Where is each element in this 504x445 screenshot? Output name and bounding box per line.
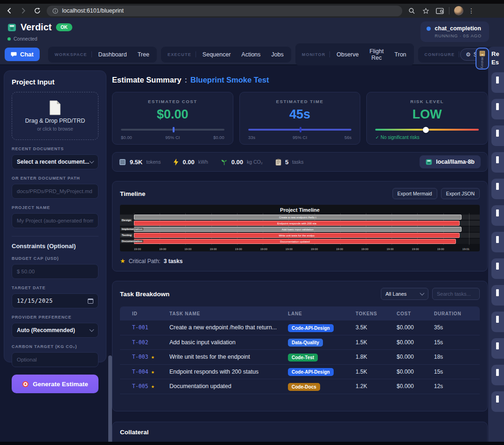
recent-estimate-item[interactable]: [491, 338, 504, 359]
estimate-item-text-stub: [496, 289, 499, 296]
task-cost: $0.000: [397, 383, 434, 389]
nav-tab[interactable]: Flight Rec: [364, 45, 389, 64]
profile-avatar[interactable]: [454, 6, 463, 15]
chat-button[interactable]: Chat: [5, 48, 40, 61]
recent-estimate-item[interactable]: [491, 179, 504, 199]
export-mermaid-button[interactable]: Export Mermaid: [392, 188, 437, 199]
lane-filter-select[interactable]: All Lanes: [381, 288, 428, 300]
health-status-badge: OK: [56, 23, 72, 31]
project-name-input[interactable]: [17, 218, 93, 223]
table-row[interactable]: T-001 Create a new endpoint /hello that …: [120, 320, 480, 335]
recent-estimate-item[interactable]: [491, 205, 504, 226]
provider-preference-select[interactable]: Auto (Recommended): [12, 323, 98, 338]
nav-tab[interactable]: Sequencer: [197, 49, 236, 61]
estimated-time-value: 45s: [248, 107, 352, 122]
back-icon[interactable]: [5, 6, 14, 15]
task-table: ID TASK NAME LANE TOKENS COST DURATION T…: [120, 306, 480, 404]
risk-gauge: [375, 129, 479, 131]
history-button[interactable]: History: [476, 48, 489, 70]
time-ci-slider: [248, 129, 352, 131]
gear-icon: ⚙: [466, 51, 471, 58]
project-name-field-wrap: [12, 213, 98, 228]
browser-menu-icon[interactable]: ⋮: [468, 7, 475, 14]
recent-estimate-item[interactable]: [491, 72, 504, 93]
recent-estimate-item[interactable]: [491, 365, 504, 385]
gantt-chart: Project Timeline Design Create a new end…: [120, 205, 480, 251]
task-name: Documentation updated: [169, 383, 288, 389]
nav-tab[interactable]: Observe: [331, 49, 364, 61]
gantt-task-bar[interactable]: Create a new endpoint /hello t: [134, 215, 462, 220]
side-panel-icon[interactable]: [435, 6, 444, 15]
url-bar[interactable]: localhost:6101/blueprint: [47, 6, 402, 16]
task-table-header: ID TASK NAME LANE TOKENS COST DURATION: [120, 306, 480, 320]
estimate-item-text-stub: [496, 369, 499, 376]
gantt-task-bar[interactable]: Documentation updated: [134, 239, 456, 244]
recent-estimate-item[interactable]: [491, 312, 504, 332]
generate-estimate-button[interactable]: Generate Estimate: [12, 375, 98, 393]
task-id: T-004★: [132, 369, 169, 375]
gantt-axis: 19:0019:0019:0019:0019:0019:0019:0019:00…: [134, 248, 469, 250]
active-job-panel[interactable]: chat_completion RUNNING · 0S AGO: [420, 21, 489, 42]
recent-estimate-item[interactable]: [491, 232, 504, 252]
constraints-title: Constraints (Optional): [12, 243, 98, 250]
export-json-button[interactable]: Export JSON: [441, 188, 480, 199]
site-info-icon[interactable]: [52, 8, 58, 14]
tokens-stat: 9.5K tokens: [119, 159, 161, 166]
nav-tab[interactable]: Jobs: [266, 49, 288, 61]
dropzone-title: Drag & Drop PRD/TRD: [25, 118, 85, 124]
gantt-task-bar[interactable]: Write unit tests for the endpo: [134, 233, 460, 238]
table-row[interactable]: T-005★ Documentation updated Code-Docs 1…: [120, 379, 480, 394]
stats-bar: 9.5K tokens 0.00 kWh 0.00 kg CO₂ 5 tasks…: [112, 152, 488, 172]
reload-icon[interactable]: [33, 6, 42, 15]
nav-group-monitor: MONITOR ObserveFlight RecTron: [295, 43, 414, 66]
model-selector[interactable]: local/llama-8b: [420, 155, 481, 168]
task-tokens: 3.5K: [356, 324, 397, 331]
recent-estimate-item[interactable]: [491, 258, 504, 279]
budget-cap-input[interactable]: [17, 269, 93, 274]
history-archive-icon: [479, 50, 486, 56]
task-cost: $0.000: [397, 354, 434, 360]
job-name: chat_completion: [435, 25, 482, 32]
table-row[interactable]: T-002 Add basic input validation Data-Qu…: [120, 335, 480, 350]
target-date-input[interactable]: 12/15/2025: [12, 293, 98, 308]
task-search-input[interactable]: [432, 288, 480, 300]
table-row[interactable]: T-004★ Endpoint responds with 200 status…: [120, 365, 480, 380]
table-row[interactable]: T-003★ Write unit tests for the endpoint…: [120, 350, 480, 365]
recent-estimate-item[interactable]: [491, 391, 504, 412]
clipboard-icon: [275, 159, 281, 166]
nav-tab[interactable]: Tree: [133, 49, 154, 61]
task-duration: 35s: [434, 324, 474, 331]
nav-tab[interactable]: Tron: [389, 49, 411, 61]
url-text: localhost:6101/blueprint: [62, 7, 124, 14]
cost-ci-slider: [121, 129, 224, 131]
main-column: Estimate Summary : Blueprint Smoke Test …: [112, 65, 488, 445]
gantt-task-bar[interactable]: Endpoint responds with 200 sta: [134, 221, 460, 226]
gantt-chart-title: Project Timeline: [120, 207, 480, 213]
page-scrollbar-thumb[interactable]: [108, 355, 112, 445]
nav-tab[interactable]: Dashboard: [93, 49, 132, 61]
forward-icon[interactable]: [19, 6, 28, 15]
recent-documents-select[interactable]: Select a recent document...: [12, 154, 98, 169]
carbon-target-input[interactable]: [17, 357, 93, 362]
gantt-row: Implementation Add basic input validatio…: [120, 227, 480, 232]
connection-status: Connected: [7, 36, 37, 42]
job-running-dot-icon: [427, 27, 431, 31]
risk-note: ✓ No significant risks: [375, 135, 479, 140]
nav-tab[interactable]: Actions: [236, 49, 266, 61]
recent-estimates-drawer[interactable]: Re Es: [488, 47, 504, 445]
estimate-item-text-stub: [496, 103, 499, 110]
file-dropzone[interactable]: Drag & Drop PRD/TRD or click to browse: [12, 92, 98, 140]
search-icon[interactable]: [407, 6, 416, 15]
gantt-task-bar[interactable]: Add basic input validation: [134, 227, 462, 232]
bookmark-star-icon[interactable]: [421, 6, 430, 15]
recent-estimate-item[interactable]: [491, 99, 504, 119]
task-name: Add basic input validation: [169, 339, 288, 346]
gantt-row: Testing Write unit tests for the endpo: [120, 233, 480, 238]
estimate-item-text-stub: [496, 263, 499, 270]
recent-estimate-item[interactable]: [491, 285, 504, 306]
estimated-cost-card: ESTIMATED COST $0.00 $0.0095% CI$0.00: [112, 92, 233, 145]
document-path-input[interactable]: [17, 188, 93, 194]
recent-estimate-item[interactable]: [491, 125, 504, 146]
app-header: Verdict OK Connected chat_completion RUN…: [0, 18, 504, 44]
recent-estimate-item[interactable]: [491, 152, 504, 173]
